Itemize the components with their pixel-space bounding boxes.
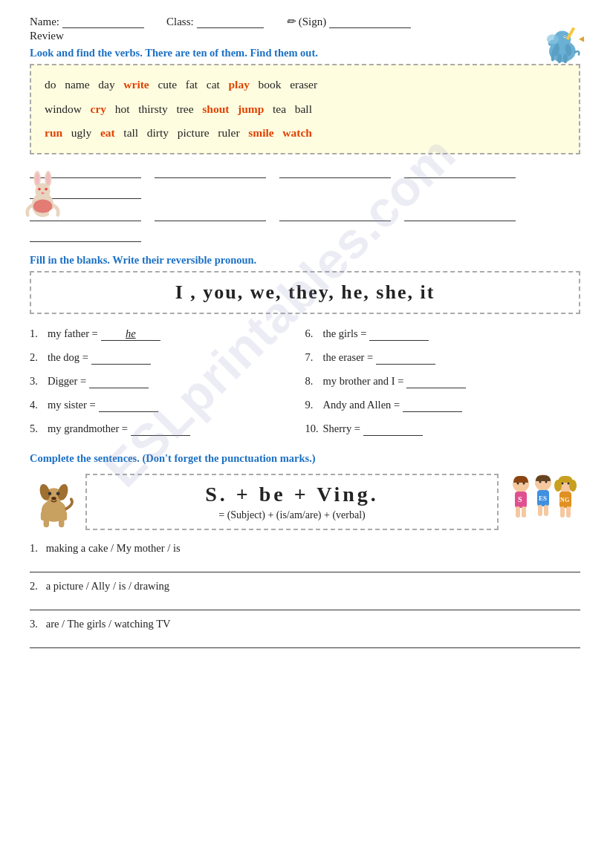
svg-point-43 (539, 480, 542, 483)
svg-point-51 (569, 480, 577, 492)
section1-answer-lines-2 (30, 206, 580, 242)
answer-line-7[interactable] (155, 206, 266, 221)
svg-point-44 (545, 480, 548, 483)
answer-line-9[interactable] (404, 206, 516, 221)
svg-point-9 (547, 34, 559, 44)
dog-decoration (30, 471, 78, 533)
svg-point-19 (45, 188, 48, 191)
fill-answer-2[interactable] (91, 351, 151, 365)
svg-marker-11 (579, 35, 586, 42)
sentence-answer-line-2[interactable] (30, 595, 580, 610)
fill-item-9: 9. Andy and Allen = (305, 396, 581, 415)
svg-point-15 (35, 173, 39, 185)
fill-num-1: 1. (30, 327, 45, 340)
fill-answer-1[interactable]: he (101, 327, 160, 341)
answer-line-8[interactable] (279, 206, 391, 221)
svg-rect-45 (538, 505, 542, 516)
sentence-item-1: 1. making a cake / My mother / is (30, 542, 580, 572)
svg-point-27 (48, 492, 52, 495)
verb-write: write (123, 78, 149, 91)
verb-play: play (228, 78, 249, 91)
svg-point-29 (51, 497, 56, 500)
pencil-icon: ✏ (286, 15, 296, 28)
fill-text-9: Andy and Allen = (323, 399, 400, 411)
answer-line-3[interactable] (279, 163, 391, 178)
fill-text-2: the dog = (48, 351, 88, 364)
answer-line-10[interactable] (30, 227, 141, 242)
kids-decoration: S ES (506, 471, 580, 533)
fill-num-4: 4. (30, 399, 45, 411)
fill-num-3: 3. (30, 375, 45, 388)
sentence-answer-line-1[interactable] (30, 558, 580, 572)
fill-answer-10[interactable] (363, 422, 423, 436)
fill-text-10: Sherry = (323, 422, 360, 435)
sign-label: (Sign) (299, 16, 327, 28)
fill-item-7: 7. the eraser = (305, 348, 581, 368)
verb-watch: watch (282, 126, 312, 139)
answer-line-4[interactable] (404, 163, 516, 178)
formula-box: S. + be + Ving. = (Subject) + (is/am/are… (85, 474, 499, 530)
class-field: Class: (166, 15, 264, 28)
word-row-3: run ugly eat tall dirty picture ruler sm… (45, 121, 565, 146)
svg-rect-32 (41, 511, 46, 520)
answer-line-2[interactable] (155, 163, 266, 178)
sentence-answer-line-3[interactable] (30, 633, 580, 648)
svg-rect-46 (544, 505, 548, 516)
fill-num-5: 5. (30, 422, 45, 435)
name-input-line (62, 15, 144, 28)
verb-smile: smile (248, 126, 273, 139)
sentence-item-2: 2. a picture / Ally / is / drawing (30, 580, 580, 610)
fill-grid: 1. my father = he 6. the girls = 2. the … (30, 324, 580, 439)
svg-point-36 (517, 482, 519, 484)
verb-shout: shout (202, 102, 229, 115)
fill-text-1: my father = (48, 327, 98, 340)
fill-answer-5[interactable] (131, 422, 190, 436)
svg-point-50 (554, 480, 562, 492)
sentence-text-1: 1. making a cake / My mother / is (30, 542, 580, 555)
svg-rect-38 (516, 506, 520, 518)
svg-text:S: S (518, 495, 522, 503)
fill-answer-9[interactable] (403, 399, 462, 412)
sign-field: ✏ (Sign) (286, 15, 412, 28)
fill-answer-3[interactable] (89, 375, 149, 388)
fill-item-3: 3. Digger = (30, 372, 305, 391)
svg-point-21 (33, 199, 53, 212)
verb-cry: cry (91, 102, 107, 115)
fill-num-2: 2. (30, 351, 45, 364)
fill-item-10: 10. Sherry = (305, 420, 581, 439)
svg-rect-33 (62, 511, 68, 520)
svg-point-37 (523, 482, 525, 484)
word-box: do name day write cute fat cat play book… (30, 64, 580, 154)
svg-point-18 (38, 188, 41, 191)
svg-point-8 (564, 36, 565, 38)
verb-run: run (45, 126, 62, 139)
fill-text-5: my grandmother = (48, 422, 128, 435)
fill-num-9: 9. (305, 399, 320, 411)
sign-input-line (329, 15, 411, 28)
fill-item-4: 4. my sister = (30, 396, 305, 415)
fill-num-8: 8. (305, 375, 320, 388)
fill-item-2: 2. the dog = (30, 348, 305, 368)
elephant-decoration (539, 22, 588, 71)
section1-instruction: Look and find the verbs. There are ten o… (30, 47, 580, 59)
fill-answer-6[interactable] (369, 327, 429, 341)
svg-point-20 (42, 192, 45, 195)
svg-text:ES: ES (539, 495, 547, 502)
fill-answer-4[interactable] (99, 399, 158, 412)
verb-eat: eat (100, 126, 115, 139)
svg-rect-55 (566, 506, 571, 518)
review-label: Review (30, 30, 580, 42)
fill-num-10: 10. (305, 422, 320, 435)
class-input-line (197, 15, 264, 28)
verb-jump: jump (238, 102, 264, 115)
fill-answer-7[interactable] (376, 351, 435, 365)
fill-answer-8[interactable] (406, 375, 466, 388)
rabbit-decoration (22, 171, 63, 226)
name-label: Name: (30, 16, 59, 28)
svg-point-5 (557, 53, 562, 63)
svg-point-6 (563, 53, 568, 63)
fill-num-7: 7. (305, 351, 320, 364)
fill-text-8: my brother and I = (323, 375, 404, 388)
fill-item-1: 1. my father = he (30, 324, 305, 344)
formula-sub: = (Subject) + (is/am/are) + (verbal) (102, 509, 482, 521)
